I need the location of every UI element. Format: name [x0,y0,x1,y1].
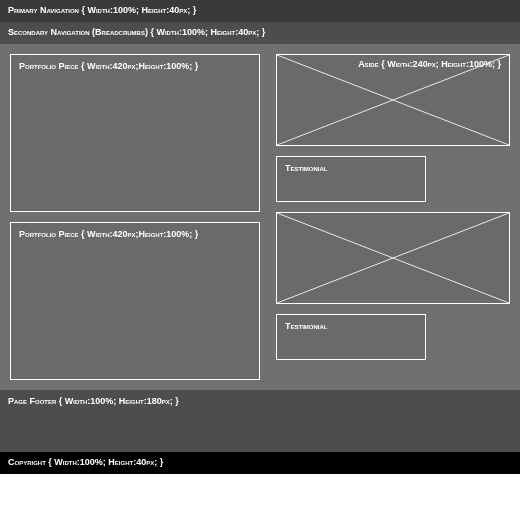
testimonial-block: Testimonial [276,156,426,202]
aside-label: Aside { Width:240px; Height:100%; } [358,59,501,70]
copyright-bar: Copyright { Width:100%; Height:40px; } [0,452,520,474]
portfolio-piece: Portfolio Piece { Width:420px;Height:100… [10,54,260,212]
main-content: Portfolio Piece { Width:420px;Height:100… [0,44,520,390]
right-column: Aside { Width:240px; Height:100%; } Test… [276,54,510,380]
portfolio-piece: Portfolio Piece { Width:420px;Height:100… [10,222,260,380]
placeholder-x-icon [277,213,509,303]
breadcrumb[interactable]: Secondary Navigation (Breadcrumbs) { Wid… [0,22,520,44]
page-footer: Page Footer { Width:100%; Height:180px; … [0,390,520,452]
primary-nav-label: Primary Navigation { Width:100%; Height:… [8,5,196,15]
portfolio-label: Portfolio Piece { Width:420px;Height:100… [19,229,198,239]
left-column: Portfolio Piece { Width:420px;Height:100… [10,54,260,380]
breadcrumb-label: Secondary Navigation (Breadcrumbs) { Wid… [8,27,265,37]
portfolio-label: Portfolio Piece { Width:420px;Height:100… [19,61,198,71]
aside-block: Aside { Width:240px; Height:100%; } [276,54,510,146]
footer-label: Page Footer { Width:100%; Height:180px; … [8,396,179,406]
testimonial-label: Testimonial [285,321,328,331]
aside-block [276,212,510,304]
testimonial-label: Testimonial [285,163,328,173]
copyright-label: Copyright { Width:100%; Height:40px; } [8,457,163,467]
primary-navigation[interactable]: Primary Navigation { Width:100%; Height:… [0,0,520,22]
testimonial-block: Testimonial [276,314,426,360]
